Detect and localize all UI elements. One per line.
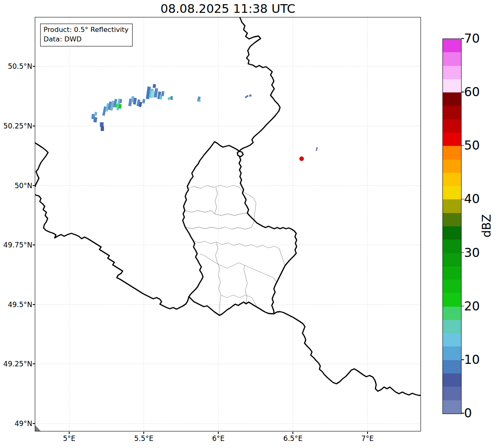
radar-figure: 08.08.2025 11:38 UTC Product: 0.5° Refle…: [0, 0, 498, 448]
canton-border-line: [187, 185, 242, 191]
colorbar-segment: [443, 39, 461, 52]
colorbar-segment: [443, 106, 461, 119]
radar-echo-cell: [245, 95, 249, 98]
x-axis-tick: [218, 432, 219, 434]
radar-echo-cell: [152, 84, 156, 88]
colorbar-segment: [443, 119, 461, 133]
y-axis-tick: [33, 423, 35, 424]
figure-title: 08.08.2025 11:38 UTC: [35, 2, 421, 16]
product-info-box: Product: 0.5° Reflectivity Data: DWD: [40, 24, 133, 46]
canton-border-line: [200, 254, 277, 282]
colorbar-segment: [443, 387, 461, 400]
colorbar-tick-label: 70: [464, 31, 480, 46]
national-border-line: [183, 142, 215, 297]
y-axis-tick: [33, 185, 35, 186]
national-border-line: [239, 17, 280, 151]
x-axis-label: 7°E: [343, 434, 392, 443]
national-border-line: [239, 157, 297, 314]
canton-border-line: [185, 220, 254, 229]
y-axis-label: 50.25°N: [0, 121, 32, 131]
y-axis-tick: [33, 66, 35, 67]
x-axis-label: 5°E: [44, 434, 94, 443]
x-axis-tick: [293, 432, 293, 434]
canton-border-line: [215, 187, 218, 214]
colorbar-tick-label: 10: [464, 353, 480, 367]
colorbar-segment: [443, 160, 461, 173]
colorbar-segment: [443, 373, 461, 387]
y-axis-tick: [33, 363, 35, 364]
colorbar-segment: [443, 133, 461, 146]
radar-echo-cell: [161, 91, 164, 97]
colorbar: [442, 39, 462, 414]
x-axis-label: 6°E: [193, 434, 243, 443]
y-axis-label: 49.5°N: [0, 300, 32, 309]
colorbar-segment: [443, 360, 461, 373]
colorbar-segment: [443, 79, 461, 92]
x-axis-label: 5.5°E: [119, 434, 169, 443]
national-border-line: [237, 151, 243, 157]
colorbar-segment: [443, 293, 461, 306]
colorbar-segment: [443, 240, 461, 253]
y-axis-label: 50°N: [0, 181, 32, 190]
radar-echo-cell: [93, 117, 97, 123]
colorbar-segment: [443, 280, 461, 293]
colorbar-segment: [443, 253, 461, 266]
colorbar-segment: [443, 400, 461, 414]
colorbar-segment: [443, 92, 461, 106]
radar-echo-cell: [142, 99, 145, 104]
canton-border-line: [185, 211, 247, 216]
colorbar-tick-label: 20: [464, 299, 480, 313]
colorbar-segment: [443, 186, 461, 199]
product-label: Product: 0.5° Reflectivity: [44, 25, 128, 34]
canton-border-line: [244, 265, 247, 304]
radar-station-marker: [300, 157, 304, 161]
x-axis-tick: [69, 432, 70, 434]
data-source-label: Data: DWD: [44, 34, 128, 44]
radar-echo-cell: [154, 88, 158, 98]
radar-echo-cell: [316, 147, 318, 151]
map-svg: [35, 17, 421, 431]
y-axis-label: 50.5°N: [0, 62, 32, 71]
colorbar-segment: [443, 266, 461, 280]
colorbar-segment: [443, 333, 461, 346]
colorbar-unit-label: dBZ: [480, 214, 493, 237]
national-border-line: [35, 143, 48, 186]
colorbar-segment: [443, 213, 461, 226]
national-border-line: [274, 312, 421, 395]
national-border-line: [35, 195, 189, 309]
colorbar-segment: [443, 66, 461, 79]
colorbar-segment: [443, 146, 461, 159]
colorbar-tick-label: 40: [464, 192, 480, 206]
colorbar-segment: [443, 320, 461, 333]
colorbar-tick-label: 0: [464, 406, 472, 420]
border-corner-wedge: [35, 425, 41, 431]
y-axis-tick: [33, 245, 35, 245]
radar-echo-cell: [171, 96, 173, 100]
y-axis-label: 49°N: [0, 419, 32, 428]
x-axis-tick: [367, 432, 368, 434]
colorbar-segment: [443, 173, 461, 186]
colorbar-segment: [443, 199, 461, 213]
radar-echo-cell: [100, 122, 104, 127]
y-axis-label: 49.75°N: [0, 240, 32, 249]
colorbar-segment: [443, 346, 461, 360]
national-border-line: [215, 142, 239, 151]
colorbar-segment: [443, 307, 461, 320]
x-axis-tick: [143, 432, 144, 434]
colorbar-tick-label: 50: [464, 138, 480, 153]
x-axis-label: 6.5°E: [268, 434, 318, 443]
colorbar-segment: [443, 52, 461, 65]
canton-border-line: [193, 240, 285, 266]
radar-echo-cell: [101, 126, 104, 131]
colorbar-tick-label: 60: [464, 85, 480, 99]
y-axis-tick: [33, 126, 35, 126]
colorbar-tick-label: 30: [464, 246, 480, 260]
y-axis-tick: [33, 304, 35, 305]
national-border-line: [189, 297, 274, 315]
y-axis-label: 49.25°N: [0, 359, 32, 368]
radar-echo-cell: [249, 94, 251, 97]
radar-echo-cell: [94, 112, 97, 116]
colorbar-segment: [443, 226, 461, 240]
